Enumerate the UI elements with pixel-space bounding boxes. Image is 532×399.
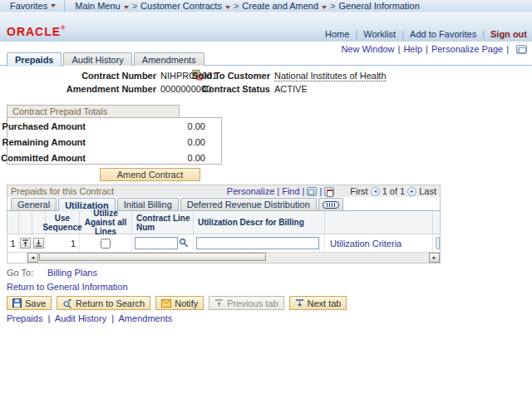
breadcrumb-main-menu[interactable]: Main Menu xyxy=(75,1,128,11)
next-tab-icon xyxy=(295,298,304,308)
chevron-down-icon xyxy=(51,4,56,7)
next-tab-button[interactable]: Next tab xyxy=(289,296,347,310)
amend-contract-button[interactable]: Amend Contract xyxy=(100,168,200,181)
tab-audit-history[interactable]: Audit History xyxy=(63,52,131,66)
envelope-icon xyxy=(161,299,171,308)
committed-amount-value: 0.00 xyxy=(188,153,205,163)
return-to-search-button[interactable]: Return to Search xyxy=(57,296,150,310)
remaining-amount-label: Remaining Amount xyxy=(2,137,86,147)
personalize-page-link[interactable]: Personalize Page xyxy=(431,44,503,54)
sold-to-customer-label: Sold To Customer xyxy=(192,71,270,81)
notify-button[interactable]: Notify xyxy=(155,296,204,310)
scrollbar-spacer xyxy=(7,253,27,263)
col-links xyxy=(325,211,433,234)
worklist-link[interactable]: Worklist xyxy=(363,29,396,39)
separator: | xyxy=(401,29,404,39)
scroll-right-arrow[interactable]: ► xyxy=(429,253,440,263)
header-band: Home | Worklist | Add to Favorites | Sig… xyxy=(0,12,532,42)
new-window-link[interactable]: New Window xyxy=(341,44,394,54)
pager-last-label: Last xyxy=(419,186,436,196)
lookup-icon[interactable] xyxy=(179,238,189,249)
row-number: 1 xyxy=(7,234,19,252)
scrollbar-thumb[interactable] xyxy=(39,253,266,261)
sold-to-customer-value[interactable]: National Institutes of Health xyxy=(274,71,387,81)
move-row-up-button[interactable] xyxy=(20,238,31,249)
help-link[interactable]: Help xyxy=(403,44,422,54)
previous-tab-button: Previous tab xyxy=(209,296,283,310)
billing-plans-link[interactable]: Billing Plans xyxy=(47,268,97,278)
arrow-down-to-bar-icon xyxy=(35,239,42,247)
peoplesoft-page: Favorites Main Menu > Customer Contracts… xyxy=(0,0,532,399)
contract-line-num-input[interactable] xyxy=(135,237,178,249)
return-to-general-information-link[interactable]: Return to General Information xyxy=(7,282,128,292)
save-disk-icon xyxy=(12,298,22,308)
favorites-menu[interactable]: Favorites xyxy=(0,0,65,12)
breadcrumb-create-and-amend[interactable]: Create and Amend xyxy=(242,1,327,11)
show-all-columns-tab[interactable] xyxy=(318,198,343,210)
separator: | xyxy=(426,44,428,54)
grid-title: Prepaids for this Contract xyxy=(11,186,227,196)
breadcrumb-separator: > xyxy=(330,1,335,11)
separator: | xyxy=(111,313,114,323)
separator: | xyxy=(355,29,357,39)
contract-status-value: ACTIVE xyxy=(274,84,308,94)
col-utilization-descr: Utilization Descr for Billing xyxy=(194,211,325,234)
page-tabs: Prepaids Audit History Amendments xyxy=(7,52,204,66)
scroll-left-arrow[interactable]: ◄ xyxy=(27,253,38,263)
utilization-descr-input[interactable] xyxy=(196,237,319,249)
prepaids-grid: Prepaids for this Contract Personalize |… xyxy=(7,185,441,264)
save-button[interactable]: Save xyxy=(7,296,52,310)
breadcrumb-customer-contracts[interactable]: Customer Contracts xyxy=(140,1,230,11)
col-move-up xyxy=(19,211,32,234)
scrollbar-track[interactable] xyxy=(38,253,429,263)
tab-amendments[interactable]: Amendments xyxy=(134,52,204,66)
clipped-element xyxy=(436,237,440,249)
grid-tab-general[interactable]: General xyxy=(11,198,57,210)
sign-out-link[interactable]: Sign out xyxy=(490,29,527,39)
separator: | xyxy=(482,29,485,39)
show-all-columns-icon xyxy=(323,201,339,209)
col-contract-line-num: Contract Line Num xyxy=(132,211,194,234)
separator: | xyxy=(303,186,305,196)
toolbar: Save Return to Search Notify Previous xyxy=(7,296,347,310)
grid-tab-strip: General Utilization Initial Billing Defe… xyxy=(7,197,441,211)
copy-url-icon[interactable] xyxy=(516,45,527,54)
col-overflow xyxy=(433,211,440,234)
add-to-favorites-link[interactable]: Add to Favorites xyxy=(410,29,476,39)
grid-horizontal-scrollbar[interactable]: ◄ ► xyxy=(7,252,441,264)
separator: | xyxy=(319,186,322,196)
separator: | xyxy=(506,44,509,54)
tab-prepaids[interactable]: Prepaids xyxy=(7,52,62,66)
col-use-sequence: Use Sequence xyxy=(46,211,80,234)
utilize-all-checkbox[interactable] xyxy=(101,239,111,249)
footer-amendments-link[interactable]: Amendments xyxy=(119,313,173,323)
pager-first-label: First xyxy=(350,186,367,196)
move-row-down-button[interactable] xyxy=(33,238,44,249)
utilization-criteria-link[interactable]: Utilization Criteria xyxy=(330,239,401,249)
separator: | xyxy=(47,313,50,323)
grid-pager: First ◄ 1 of 1 ► Last xyxy=(347,186,436,196)
purchased-amount-value: 0.00 xyxy=(188,121,205,131)
pager-previous-icon[interactable]: ◄ xyxy=(371,187,380,196)
home-link[interactable]: Home xyxy=(325,29,349,39)
separator: | xyxy=(277,186,279,196)
view-all-icon[interactable] xyxy=(307,187,317,196)
footer-audit-history-link[interactable]: Audit History xyxy=(55,313,106,323)
previous-tab-icon xyxy=(214,298,224,308)
purchased-amount-label: Purchased Amount xyxy=(2,121,86,131)
table-row: 1 1 xyxy=(7,234,441,252)
breadcrumb: Favorites Main Menu > Customer Contracts… xyxy=(0,0,532,12)
chevron-down-icon xyxy=(225,6,230,9)
footer-prepaids-link[interactable]: Prepaids xyxy=(7,313,42,323)
pager-position: 1 of 1 xyxy=(382,186,406,196)
find-link[interactable]: Find xyxy=(282,186,299,196)
committed-amount-label: Committed Amount xyxy=(1,153,86,163)
favorites-label: Favorites xyxy=(10,1,47,11)
download-grid-icon[interactable] xyxy=(324,187,334,196)
grid-tab-deferred-revenue[interactable]: Deferred Revenue Distribution xyxy=(180,198,317,210)
pager-next-icon[interactable]: ► xyxy=(407,187,416,196)
personalize-link[interactable]: Personalize xyxy=(227,186,274,196)
search-return-icon xyxy=(62,298,72,308)
chevron-down-icon xyxy=(124,6,129,9)
contract-number-label: Contract Number xyxy=(81,71,156,81)
